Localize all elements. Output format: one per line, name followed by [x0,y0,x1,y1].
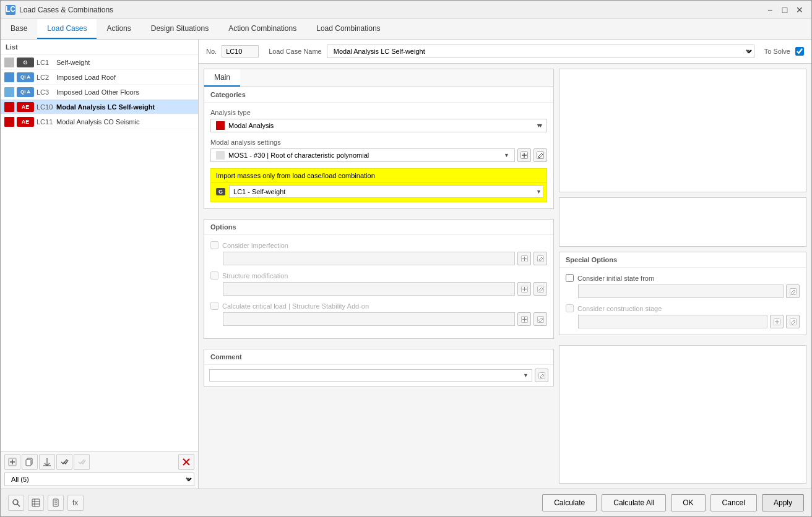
categories-header: Categories [204,87,553,103]
svg-text:fx: fx [72,498,78,507]
menu-bar: Base Load Cases Actions Design Situation… [1,19,811,40]
svg-text:LC: LC [6,6,15,14]
tab-load-combinations[interactable]: Load Combinations [306,19,390,39]
left-panel: List G LC1 Self-weight QI A LC2 Imposed … [1,40,199,489]
tab-action-combinations[interactable]: Action Combinations [218,19,306,39]
item-code: LC11 [37,118,56,126]
svg-rect-14 [537,152,544,159]
to-solve-checkbox[interactable] [795,47,804,56]
window-controls: − □ ✕ [763,3,806,17]
option-structure-mod-inputs [223,282,547,296]
name-select[interactable]: Modal Analysis LC Self-weight [327,45,754,58]
modal-settings-field: Modal analysis settings MOS1 - #30 | Roo… [210,139,547,162]
table-icon-btn[interactable] [28,495,44,511]
analysis-type-color [216,121,225,130]
new-item-button[interactable] [4,454,20,470]
categories-section: Analysis type Modal Analysis ▼ [204,103,553,208]
special-options-content: Consider initial state from [559,268,806,335]
comment-edit-btn[interactable] [535,369,548,382]
options-card: Options Consider imperfection [204,219,554,339]
tab-base[interactable]: Base [1,19,37,39]
tab-main[interactable]: Main [204,69,240,87]
check-all-button[interactable] [56,454,72,470]
construction-stage-new-btn[interactable] [770,315,784,328]
critical-load-edit-btn[interactable] [533,312,547,326]
name-select-wrapper: Modal Analysis LC Self-weight ▼ [327,45,754,58]
uncheck-all-button[interactable] [74,454,90,470]
initial-state-checkbox[interactable] [566,274,574,282]
badge-ae: AE [17,102,34,112]
critical-load-checkbox[interactable] [210,302,218,310]
formula-icon-btn[interactable]: fx [67,495,84,511]
apply-button[interactable]: Apply [762,494,804,511]
ok-button[interactable]: OK [671,494,705,511]
initial-state-edit-btn[interactable] [786,284,800,298]
analysis-type-display: Modal Analysis ▼ [210,119,547,132]
badge-ae: AE [17,117,34,127]
structure-mod-edit-btn[interactable] [533,282,547,296]
tab-load-cases[interactable]: Load Cases [37,19,97,39]
list-item[interactable]: QI A LC3 Imposed Load Other Floors [1,85,198,100]
settings-icon-btn[interactable] [48,495,64,511]
options-section: Consider imperfection [204,235,553,338]
item-name: Self-weight [56,59,194,66]
delete-button[interactable] [178,454,194,470]
special-options-header: Special Options [559,252,806,268]
close-button[interactable]: ✕ [793,3,806,17]
list-item[interactable]: QI A LC2 Imposed Load Roof [1,70,198,85]
modal-settings-select[interactable]: MOS1 - #30 | Root of characteristic poly… [228,152,500,159]
bottom-bar: fx Calculate Calculate All OK Cancel App… [1,489,811,516]
maximize-button[interactable]: □ [778,3,792,17]
list-item-selected[interactable]: AE LC10 Modal Analysis LC Self-weight [1,100,198,114]
critical-load-new-btn[interactable] [517,312,531,326]
structure-mod-checkbox[interactable] [210,271,218,280]
imperfection-edit-btn[interactable] [533,252,547,265]
minimize-button[interactable]: − [763,3,777,17]
main-col: Main Categories Analysis type [204,69,554,484]
calculate-button[interactable]: Calculate [542,494,597,511]
right-bottom-panel [559,345,806,484]
special-options-card: Special Options Consider initial state f… [559,252,806,335]
export-button[interactable] [39,454,55,470]
window-title: Load Cases & Combinations [19,6,759,14]
construction-stage-inputs [578,315,800,328]
comment-header: Comment [204,349,553,365]
imperfection-new-btn[interactable] [517,252,531,265]
construction-stage-edit-btn[interactable] [786,315,800,328]
modal-settings-row: MOS1 - #30 | Root of characteristic poly… [210,148,547,162]
cancel-button[interactable]: Cancel [710,494,757,511]
modal-settings-edit-btn[interactable] [533,148,547,162]
construction-stage-checkbox[interactable] [566,304,574,312]
no-input[interactable] [222,45,259,58]
item-name: Imposed Load Other Floors [56,88,194,96]
item-name: Modal Analysis CO Seismic [56,118,194,126]
item-name: Modal Analysis LC Self-weight [56,103,194,111]
import-select[interactable]: LC1 - Self-weight [229,186,543,198]
structure-mod-new-btn[interactable] [517,282,531,296]
analysis-type-select[interactable]: Modal Analysis [228,122,532,129]
structure-mod-label: Structure modification [222,272,288,280]
right-panel: No. Load Case Name Modal Analysis LC Sel… [199,40,811,489]
initial-state-label-row: Consider initial state from [566,274,800,282]
list-item[interactable]: AE LC11 Modal Analysis CO Seismic [1,114,198,129]
tab-actions[interactable]: Actions [97,19,140,39]
svg-line-36 [17,504,20,506]
filter-select[interactable]: All (5) [4,472,194,486]
drag-handle [4,58,14,67]
svg-rect-37 [32,499,40,506]
imperfection-checkbox[interactable] [210,241,218,249]
search-icon-btn[interactable] [8,495,24,511]
option-critical-load-label-row: Calculate critical load | Structure Stab… [210,302,547,310]
calculate-all-button[interactable]: Calculate All [602,494,666,511]
modal-settings-new-btn[interactable] [517,148,531,162]
copy-item-button[interactable] [22,454,38,470]
right-top-panel [559,69,806,192]
construction-stage-label: Consider construction stage [577,305,662,312]
svg-rect-6 [26,459,31,466]
tab-design-situations[interactable]: Design Situations [141,19,218,39]
import-badge: G [216,188,225,195]
item-name: Imposed Load Roof [56,74,194,81]
comment-select[interactable] [209,369,532,382]
main-window: LC Load Cases & Combinations − □ ✕ Base … [0,0,812,517]
list-item[interactable]: G LC1 Self-weight [1,55,198,70]
